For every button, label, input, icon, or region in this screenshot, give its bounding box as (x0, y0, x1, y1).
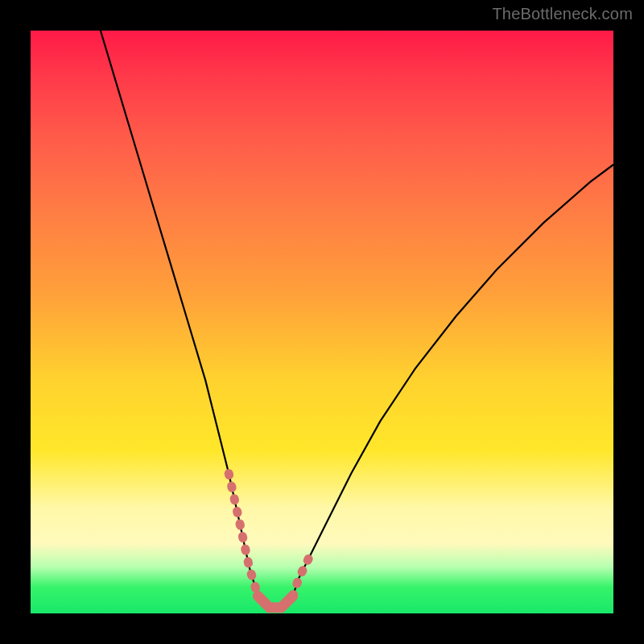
watermark-text: TheBottleneck.com (492, 5, 633, 23)
bottleneck-curve-path (101, 31, 613, 608)
plot-area (31, 31, 613, 613)
highlight-left (229, 473, 258, 596)
curve-svg (31, 31, 613, 613)
highlight-bottom (258, 596, 292, 608)
chart-frame: TheBottleneck.com (0, 0, 644, 644)
